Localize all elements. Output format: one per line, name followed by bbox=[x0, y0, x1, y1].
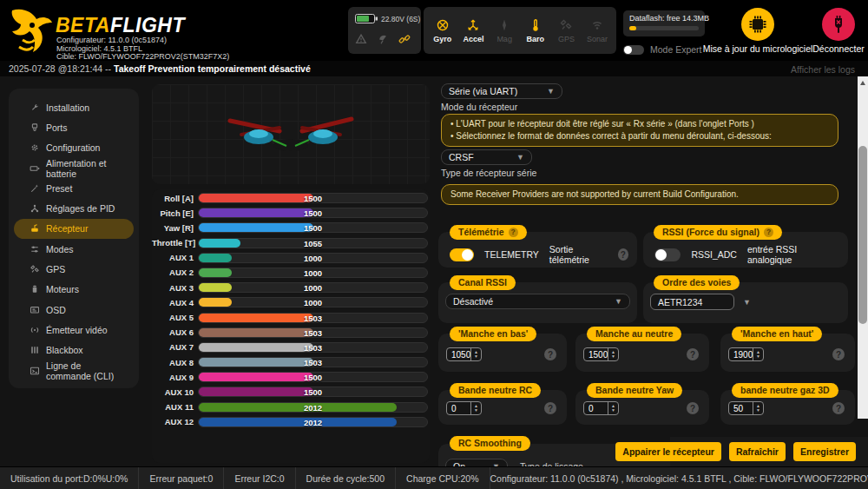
channel-row: AUX 61503 bbox=[152, 327, 430, 338]
channel-row: AUX 11000 bbox=[152, 253, 430, 263]
sensor-label: Gyro bbox=[433, 35, 451, 43]
sidebar-item-label: Modes bbox=[46, 244, 74, 254]
refresh-button[interactable]: Rafraîchir bbox=[729, 442, 786, 461]
sidebar-item-blackbox[interactable]: Blackbox bbox=[14, 340, 134, 360]
help-icon[interactable]: ? bbox=[509, 228, 518, 237]
channel-value: 1503 bbox=[199, 358, 427, 367]
save-button[interactable]: Enregistrer bbox=[793, 442, 856, 461]
sidebar-item-label: GPS bbox=[46, 264, 65, 274]
satellite-dish-icon bbox=[377, 33, 389, 45]
deadband-3d-input[interactable]: ▲▼ bbox=[728, 401, 764, 415]
sidebar-item-gps[interactable]: GPS bbox=[14, 259, 134, 279]
help-icon[interactable]: ? bbox=[544, 348, 556, 360]
spinner-icon[interactable]: ▲▼ bbox=[470, 402, 481, 414]
stick-center-input[interactable]: ▲▼ bbox=[583, 347, 619, 361]
sensor-label: Baro bbox=[527, 35, 545, 43]
disconnect-button[interactable]: Déconnecter bbox=[807, 8, 868, 54]
sensor-label: Mag bbox=[496, 35, 512, 43]
spinner-icon[interactable]: ▲▼ bbox=[470, 348, 481, 360]
channel-value: 1500 bbox=[199, 373, 427, 382]
help-icon[interactable]: ? bbox=[687, 402, 699, 414]
firmware-flasher-button[interactable]: Mise à jour du micrologiciel bbox=[714, 8, 801, 54]
channel-row: AUX 91500 bbox=[152, 372, 430, 382]
header-status-icons bbox=[355, 33, 411, 45]
usb-plug-icon bbox=[822, 8, 855, 41]
chevron-down-icon[interactable]: ▼ bbox=[743, 298, 751, 307]
sidebar-item-preset[interactable]: Preset bbox=[14, 178, 134, 198]
deadband-rc-input[interactable]: ▲▼ bbox=[446, 401, 482, 415]
sidebar-item-modes[interactable]: Modes bbox=[14, 239, 134, 259]
sensor-sonar: Sonar bbox=[582, 18, 612, 43]
sidebar-item-label: Alimentation et batterie bbox=[46, 158, 128, 179]
mag-icon bbox=[497, 18, 511, 32]
channel-bar-track: 1500 bbox=[198, 193, 428, 203]
stick-min-input[interactable]: ▲▼ bbox=[446, 347, 482, 361]
header: BETAFLIGHT Configurateur: 11.0.0 (0c5187… bbox=[0, 0, 868, 61]
show-logs-link[interactable]: Afficher les logs bbox=[791, 64, 855, 75]
channel-row: AUX 81503 bbox=[152, 357, 430, 367]
stick-max-input[interactable]: ▲▼ bbox=[728, 347, 764, 361]
blackbox-icon bbox=[30, 345, 40, 355]
sidebar-item-label: OSD bbox=[46, 305, 66, 315]
sidebar-item-installation[interactable]: Installation bbox=[14, 97, 134, 117]
help-icon[interactable]: ? bbox=[832, 348, 845, 360]
telemetry-switch-label: TELEMETRY bbox=[484, 249, 539, 260]
link-icon[interactable] bbox=[398, 33, 411, 45]
model-preview-panel[interactable] bbox=[152, 84, 430, 184]
sidebar-item-ports[interactable]: Ports bbox=[14, 117, 134, 137]
warning-icon bbox=[355, 33, 367, 45]
channel-bar-track: 1503 bbox=[198, 327, 428, 338]
rssi-adc-toggle[interactable] bbox=[654, 248, 681, 261]
sensor-status-bar: GyroAccelMagBaroGPSSonar bbox=[424, 7, 616, 54]
help-icon[interactable]: ? bbox=[764, 228, 773, 237]
deadband-yaw-input[interactable]: ▲▼ bbox=[583, 401, 619, 415]
sidebar-item-label: Ports bbox=[46, 122, 68, 133]
channel-bar-track: 1055 bbox=[198, 238, 428, 248]
channel-label: AUX 12 bbox=[152, 417, 194, 426]
channel-value: 1000 bbox=[199, 254, 427, 263]
dataflash-free-label: Dataflash: free 14.3MB bbox=[629, 14, 699, 23]
channel-map-input[interactable]: AETR1234 bbox=[650, 294, 734, 310]
channel-bar-track: 2012 bbox=[198, 402, 428, 413]
provider-note: Some Receiver Providers are not supporte… bbox=[441, 184, 838, 205]
betaflight-configurator-window: BETAFLIGHT Configurateur: 11.0.0 (0c5187… bbox=[0, 0, 868, 489]
rssi-channel-select[interactable]: Désactivé▼ bbox=[445, 294, 630, 309]
antenna-icon bbox=[30, 325, 40, 335]
help-icon[interactable]: ? bbox=[832, 402, 845, 414]
sidebar-item-osd[interactable]: OSD bbox=[14, 300, 134, 320]
deadband-yaw-badge: Bande neutre Yaw bbox=[587, 383, 682, 398]
bind-receiver-button[interactable]: Appairer le récepteur bbox=[615, 442, 721, 461]
telemetry-toggle[interactable] bbox=[450, 248, 474, 261]
scrollbar-thumb[interactable] bbox=[858, 146, 867, 324]
sidebar-item-label: Récepteur bbox=[46, 223, 88, 234]
sidebar-item-power[interactable]: Alimentation et batterie bbox=[14, 158, 134, 178]
channel-row: AUX 71503 bbox=[152, 342, 430, 353]
spinner-icon[interactable]: ▲▼ bbox=[753, 402, 763, 414]
channel-row: AUX 21000 bbox=[152, 268, 430, 278]
spinner-icon[interactable]: ▲▼ bbox=[753, 348, 763, 360]
serial-provider-select[interactable]: CRSF▼ bbox=[441, 149, 532, 165]
channel-value: 1500 bbox=[199, 387, 427, 397]
chevron-down-icon: ▼ bbox=[547, 87, 555, 96]
statusbar-segment: Erreur paquet:0 bbox=[139, 467, 224, 489]
spinner-icon[interactable]: ▲▼ bbox=[608, 348, 618, 360]
sidebar-item-pid[interactable]: Réglages de PID bbox=[14, 198, 134, 218]
sidebar-item-receiver[interactable]: Récepteur bbox=[14, 219, 134, 239]
rc-smoothing-select[interactable]: On▼ bbox=[445, 459, 508, 466]
spinner-icon[interactable]: ▲▼ bbox=[608, 402, 618, 414]
channel-bar-track: 1503 bbox=[198, 313, 428, 323]
receiver-mode-select[interactable]: Série (via UART)▼ bbox=[441, 83, 562, 99]
scroll-up-icon[interactable] bbox=[860, 81, 865, 85]
sidebar-item-configuration[interactable]: Configuration bbox=[14, 138, 134, 158]
sidebar-item-vtx[interactable]: Émetteur vidéo bbox=[14, 320, 134, 340]
sensor-mag: Mag bbox=[490, 18, 519, 43]
help-icon[interactable]: ? bbox=[544, 402, 556, 414]
help-icon[interactable]: ? bbox=[687, 348, 699, 360]
sonar-icon bbox=[590, 18, 604, 32]
expert-mode-toggle[interactable] bbox=[623, 45, 644, 55]
sidebar-item-cli[interactable]: Ligne de commande (CLI) bbox=[14, 360, 134, 380]
chevron-down-icon: ▼ bbox=[516, 153, 524, 162]
help-icon[interactable]: ? bbox=[618, 248, 628, 261]
sidebar-item-motors[interactable]: Moteurs bbox=[14, 280, 134, 300]
uart-note: • L'UART pour le récepteur doit être rég… bbox=[441, 114, 838, 147]
